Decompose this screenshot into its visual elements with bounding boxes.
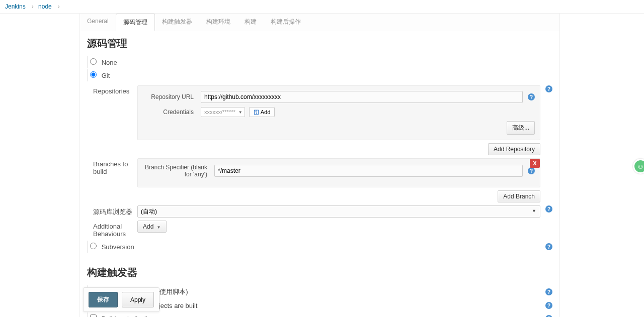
- scm-title: 源码管理: [87, 37, 552, 50]
- add-branch-button[interactable]: Add Branch: [498, 190, 540, 202]
- scm-subversion-radio[interactable]: [90, 243, 97, 249]
- help-icon[interactable]: ?: [545, 315, 552, 317]
- tab-postbuild[interactable]: 构建后操作: [264, 14, 308, 31]
- additional-behaviours-label: Additional Behaviours: [87, 221, 137, 238]
- scm-git-label: Git: [102, 72, 110, 79]
- repo-browser-select[interactable]: [137, 205, 540, 218]
- add-credentials-button[interactable]: ⚿ Add: [249, 107, 275, 117]
- breadcrumb: Jenkins› node›: [0, 0, 644, 14]
- help-icon[interactable]: ?: [528, 93, 535, 100]
- additional-behaviours-add-button[interactable]: Add: [137, 221, 167, 233]
- help-icon[interactable]: ?: [545, 85, 552, 92]
- trigger-periodically-checkbox[interactable]: [90, 314, 97, 317]
- credentials-select[interactable]: xxxxxx/******: [201, 107, 245, 117]
- credentials-label: Credentials: [143, 109, 201, 116]
- git-config-block: Repositories Repository URL ?: [87, 85, 552, 238]
- tab-general[interactable]: General: [80, 14, 116, 31]
- tab-bar: General 源码管理 构建触发器 构建环境 构建 构建后操作: [80, 14, 559, 31]
- scm-subversion-row: Subversion ?: [87, 241, 552, 253]
- advanced-button[interactable]: 高级...: [507, 121, 535, 135]
- branch-specifier-input[interactable]: [214, 165, 523, 177]
- repo-url-input[interactable]: [201, 91, 523, 103]
- repositories-label: Repositories: [87, 85, 137, 95]
- help-icon[interactable]: ?: [545, 288, 552, 295]
- trigger-periodically-row: Build periodically ?: [87, 312, 552, 317]
- help-icon[interactable]: ?: [545, 243, 552, 250]
- tab-env[interactable]: 构建环境: [199, 14, 237, 31]
- tab-triggers[interactable]: 构建触发器: [155, 14, 199, 31]
- help-icon[interactable]: ?: [528, 167, 535, 174]
- repo-panel: Repository URL ? Credentials xxxxxx/****…: [137, 85, 540, 140]
- add-repository-button[interactable]: Add Repository: [488, 143, 540, 155]
- floating-assist-icon[interactable]: ☺: [633, 159, 644, 174]
- scm-git-row: Git: [87, 69, 552, 81]
- help-icon[interactable]: ?: [545, 205, 552, 213]
- scm-none-label: None: [102, 59, 117, 66]
- repo-url-label: Repository URL: [143, 93, 201, 100]
- branches-label: Branches to build: [87, 158, 137, 175]
- scm-git-radio[interactable]: [90, 71, 97, 78]
- scm-subversion-label: Subversion: [102, 243, 134, 251]
- apply-button[interactable]: Apply: [122, 292, 154, 307]
- tab-scm[interactable]: 源码管理: [116, 14, 155, 31]
- repo-browser-label: 源码库浏览器: [87, 205, 137, 217]
- scm-section: 源码管理 None Git Repositories Repo: [80, 31, 559, 260]
- help-icon[interactable]: ?: [545, 302, 552, 309]
- bottom-bar: 保存 Apply: [83, 287, 159, 312]
- breadcrumb-root[interactable]: Jenkins: [5, 3, 26, 10]
- main-container: General 源码管理 构建触发器 构建环境 构建 构建后操作 源码管理 No…: [79, 14, 560, 317]
- delete-branch-button[interactable]: X: [530, 159, 540, 168]
- trigger-periodically-label: Build periodically: [102, 315, 151, 317]
- breadcrumb-item[interactable]: node: [38, 3, 52, 10]
- branch-panel: X Branch Specifier (blank for 'any') ?: [137, 158, 540, 187]
- save-button[interactable]: 保存: [89, 292, 118, 307]
- scm-none-row: None: [87, 56, 552, 68]
- triggers-title: 构建触发器: [87, 266, 552, 279]
- tab-build[interactable]: 构建: [237, 14, 264, 31]
- scm-none-radio[interactable]: [90, 58, 97, 65]
- add-cred-label: Add: [261, 109, 271, 115]
- branch-specifier-label: Branch Specifier (blank for 'any'): [143, 164, 214, 178]
- key-icon: ⚿: [254, 109, 259, 115]
